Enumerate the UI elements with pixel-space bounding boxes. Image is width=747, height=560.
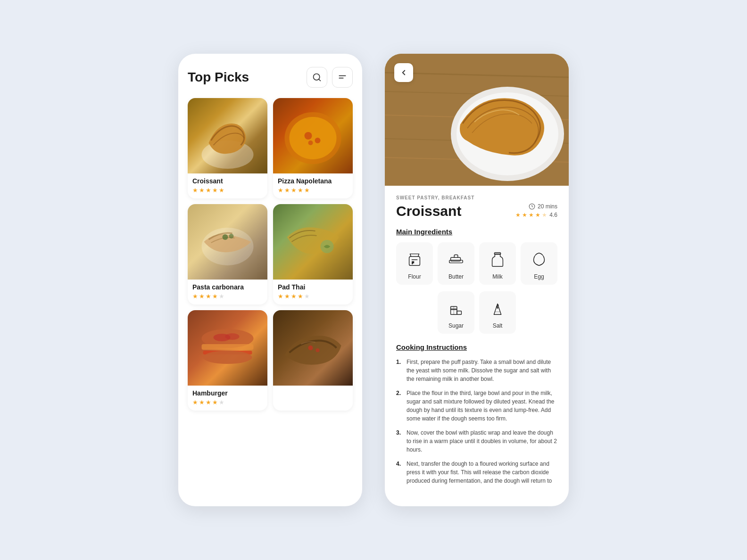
svg-rect-40: [457, 311, 462, 315]
category-label: SWEET PASTRY, BREAKFAST: [396, 195, 557, 200]
left-screen: Top Picks: [178, 54, 362, 506]
instruction-text-1: First, prepare the puff pastry. Take a s…: [407, 358, 557, 383]
svg-rect-37: [494, 253, 500, 255]
time-value: 20 mins: [538, 203, 557, 210]
detail-header: Croissant 20 mins ★ ★ ★ ★ ★: [396, 203, 557, 219]
pasta-name: Pasta carbonara: [192, 283, 263, 291]
svg-line-1: [319, 79, 321, 81]
croissant-image: [188, 98, 267, 173]
menu-button[interactable]: [332, 67, 353, 88]
ingredient-sugar: Sugar: [438, 291, 474, 334]
croissant-stars: ★ ★ ★ ★ ★: [192, 187, 263, 194]
instruction-num-4: 4.: [396, 460, 403, 485]
instruction-num-3: 3.: [396, 428, 403, 454]
svg-point-12: [229, 234, 234, 239]
instruction-text-2: Place the flour in the third, large bowl…: [407, 389, 557, 423]
instruction-num-2: 2.: [396, 389, 403, 423]
hero-image: [385, 54, 569, 186]
food-grid: Croissant ★ ★ ★ ★ ★: [188, 98, 353, 411]
rating-info: ★ ★ ★ ★ ★ 4.6: [515, 212, 557, 218]
ingredients-section-title: Main Ingredients: [396, 228, 557, 236]
pasta-image: [188, 204, 267, 280]
screens-container: Top Picks: [159, 35, 588, 525]
back-arrow-icon: [399, 68, 408, 77]
svg-rect-35: [451, 257, 461, 261]
svg-point-17: [203, 351, 252, 364]
hamburger-illustration: [188, 310, 267, 386]
search-button[interactable]: [307, 67, 327, 88]
svg-point-8: [315, 138, 321, 143]
header-actions: [307, 67, 353, 88]
search-icon: [312, 73, 322, 82]
svg-point-21: [316, 348, 320, 352]
pizza-info: Pizza Napoletana ★ ★ ★ ★ ★: [273, 173, 353, 198]
instruction-item-3: 3. Now, cover the bowl with plastic wrap…: [396, 428, 557, 454]
croissant-info: Croissant ★ ★ ★ ★ ★: [188, 173, 267, 198]
svg-point-7: [305, 132, 312, 140]
svg-point-45: [498, 305, 498, 305]
back-button[interactable]: [394, 63, 413, 82]
milk-label: Milk: [492, 273, 502, 280]
top-picks-header: Top Picks: [188, 67, 353, 88]
salt-icon: [487, 298, 508, 319]
time-info: 20 mins: [529, 203, 557, 210]
instructions-section-title: Cooking Instructions: [396, 343, 557, 351]
food-card-burrito[interactable]: [273, 310, 353, 411]
butter-icon: [446, 249, 466, 270]
svg-text:F: F: [412, 261, 414, 265]
page-title: Top Picks: [188, 70, 249, 85]
svg-point-9: [308, 140, 313, 145]
food-card-pasta[interactable]: Pasta carbonara ★ ★ ★ ★ ★: [188, 204, 267, 305]
sugar-icon: [446, 298, 466, 319]
milk-icon: [487, 249, 508, 270]
instruction-num-1: 1.: [396, 358, 403, 383]
pizza-stars: ★ ★ ★ ★ ★: [278, 187, 348, 194]
food-card-pizza[interactable]: Pizza Napoletana ★ ★ ★ ★ ★: [273, 98, 353, 198]
instruction-text-4: Next, transfer the dough to a floured wo…: [407, 460, 557, 485]
salt-label: Salt: [493, 322, 503, 329]
pasta-illustration: [188, 204, 267, 280]
svg-point-11: [223, 234, 228, 240]
svg-point-19: [225, 333, 240, 340]
svg-point-44: [497, 306, 498, 307]
egg-label: Egg: [534, 273, 544, 280]
right-screen: SWEET PASTRY, BREAKFAST Croissant 20 min…: [385, 54, 569, 506]
hamburger-stars: ★ ★ ★ ★ ★: [192, 399, 263, 406]
ingredient-butter: Butter: [438, 242, 474, 285]
pasta-stars: ★ ★ ★ ★ ★: [192, 293, 263, 300]
ingredient-milk: Milk: [479, 242, 516, 285]
food-card-padthai[interactable]: Pad Thai ★ ★ ★ ★ ★: [273, 204, 353, 305]
pizza-name: Pizza Napoletana: [278, 177, 348, 185]
ingredient-egg: Egg: [521, 242, 557, 285]
hamburger-info: Hamburger ★ ★ ★ ★ ★: [188, 386, 267, 411]
detail-meta: 20 mins ★ ★ ★ ★ ★ 4.6: [515, 203, 557, 218]
hamburger-image: [188, 310, 267, 386]
burrito-illustration: [273, 310, 353, 386]
pizza-illustration: [273, 98, 353, 173]
svg-rect-15: [202, 344, 254, 350]
flour-label: Flour: [408, 273, 421, 280]
pasta-info: Pasta carbonara ★ ★ ★ ★ ★: [188, 280, 267, 305]
padthai-name: Pad Thai: [278, 283, 348, 291]
food-card-croissant[interactable]: Croissant ★ ★ ★ ★ ★: [188, 98, 267, 198]
burrito-image: [273, 310, 353, 386]
clock-icon: [529, 203, 535, 210]
detail-title: Croissant: [396, 203, 461, 219]
instruction-item-2: 2. Place the flour in the third, large b…: [396, 389, 557, 423]
hamburger-name: Hamburger: [192, 389, 263, 397]
rating-value: 4.6: [549, 212, 557, 218]
butter-label: Butter: [448, 273, 464, 280]
detail-content: SWEET PASTRY, BREAKFAST Croissant 20 min…: [385, 186, 569, 504]
instruction-text-3: Now, cover the bowl with plastic wrap an…: [407, 428, 557, 454]
ingredients-grid-row1: F Flour Butter: [396, 242, 557, 285]
padthai-illustration: [273, 204, 353, 280]
svg-rect-31: [409, 256, 420, 265]
ingredient-salt: Salt: [479, 291, 516, 334]
padthai-stars: ★ ★ ★ ★ ★: [278, 293, 348, 300]
croissant-illustration: [188, 98, 267, 173]
flour-icon: F: [404, 249, 425, 270]
food-card-hamburger[interactable]: Hamburger ★ ★ ★ ★ ★: [188, 310, 267, 411]
sugar-label: Sugar: [448, 322, 464, 329]
instruction-item-1: 1. First, prepare the puff pastry. Take …: [396, 358, 557, 383]
egg-icon: [529, 249, 549, 270]
